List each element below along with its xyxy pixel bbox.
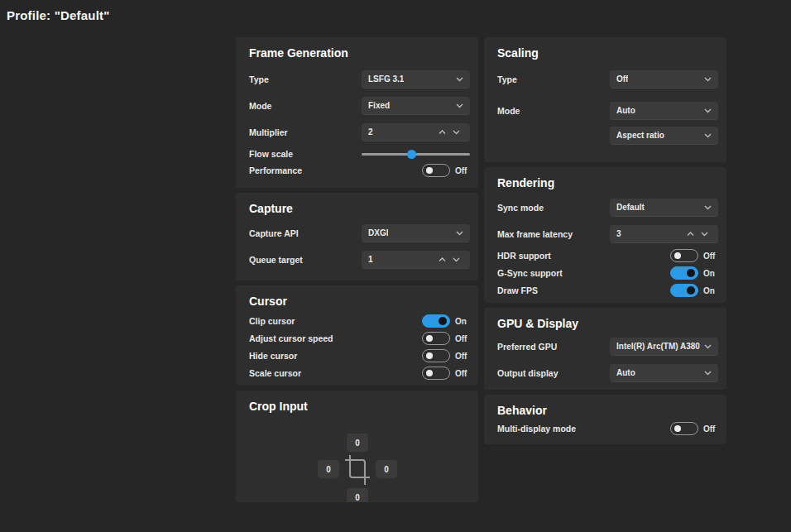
scale-cursor-toggle[interactable] <box>422 367 450 380</box>
toggle-knob <box>674 425 681 432</box>
toggle-state-label: Off <box>703 424 718 434</box>
scaling-type-label: Type <box>497 74 517 84</box>
toggle-knob <box>426 335 433 342</box>
stepper-up-icon[interactable] <box>435 130 449 135</box>
toggle-knob <box>439 317 447 325</box>
preferred-gpu-dropdown[interactable]: Intel(R) Arc(TM) A380 Gr <box>610 338 718 356</box>
aspect-ratio-dropdown[interactable]: Aspect ratio <box>610 127 718 145</box>
gsync-support-toggle[interactable] <box>670 266 698 280</box>
draw-fps-toggle[interactable] <box>670 284 698 297</box>
section-title: Scaling <box>497 46 718 60</box>
scaling-mode-label: Mode <box>497 106 520 116</box>
chevron-down-icon <box>456 231 463 236</box>
preferred-gpu-label: Preferred GPU <box>497 342 557 352</box>
right-column: Scaling Type Off Mode Auto Aspect ratio … <box>484 37 726 449</box>
chevron-down-icon <box>704 205 712 210</box>
hide-cursor-toggle[interactable] <box>422 349 450 362</box>
dropdown-value: Default <box>616 203 645 212</box>
hdr-support-label: HDR support <box>497 251 551 261</box>
clip-cursor-label: Clip cursor <box>249 316 295 326</box>
section-title: Behavior <box>497 403 718 418</box>
crop-icon <box>343 453 372 491</box>
mode-dropdown[interactable]: Fixed <box>362 97 470 115</box>
sync-mode-dropdown[interactable]: Default <box>610 199 718 217</box>
toggle-state-label: Off <box>455 352 470 361</box>
dropdown-value: Fixed <box>368 101 390 110</box>
rendering-section: Rendering Sync mode Default Max frame la… <box>484 167 726 303</box>
stepper-value: 1 <box>368 255 435 264</box>
stepper-up-icon[interactable] <box>435 257 449 262</box>
toggle-knob <box>674 252 681 259</box>
performance-label: Performance <box>249 165 302 175</box>
section-title: Rendering <box>497 175 718 190</box>
performance-toggle[interactable] <box>422 164 450 177</box>
flow-scale-slider[interactable] <box>362 148 470 160</box>
section-title: GPU & Display <box>497 316 718 331</box>
slider-thumb[interactable] <box>407 150 416 159</box>
adjust-cursor-speed-toggle[interactable] <box>422 332 450 345</box>
stepper-down-icon[interactable] <box>449 130 463 135</box>
clip-cursor-toggle[interactable] <box>422 314 450 328</box>
stepper-down-icon[interactable] <box>449 257 463 262</box>
crop-right-input[interactable]: 0 <box>376 460 397 478</box>
crop-top-input[interactable]: 0 <box>347 434 368 452</box>
dropdown-value: Aspect ratio <box>616 131 664 140</box>
stepper-up-icon[interactable] <box>683 232 698 237</box>
multi-display-mode-label: Multi-display mode <box>497 424 576 434</box>
dropdown-value: LSFG 3.1 <box>368 74 404 84</box>
toggle-knob <box>426 370 433 376</box>
scale-cursor-label: Scale cursor <box>249 368 301 378</box>
dropdown-value: Auto <box>616 106 635 115</box>
adjust-cursor-speed-label: Adjust cursor speed <box>249 333 333 343</box>
toggle-state-label: On <box>455 317 470 326</box>
section-title: Crop Input <box>249 399 470 414</box>
hdr-support-toggle[interactable] <box>670 249 698 262</box>
chevron-down-icon <box>704 108 712 113</box>
dropdown-value: Auto <box>616 368 635 377</box>
stepper-value: 2 <box>368 127 435 137</box>
output-display-dropdown[interactable]: Auto <box>610 364 718 382</box>
gsync-support-label: G-Sync support <box>497 268 563 278</box>
crop-left-input[interactable]: 0 <box>318 460 339 478</box>
dropdown-value: Off <box>616 74 628 84</box>
cursor-section: Cursor Clip cursor On Adjust cursor spee… <box>236 285 478 386</box>
crop-input-section: Crop Input 0 0 0 0 <box>236 391 478 502</box>
section-title: Capture <box>249 201 470 216</box>
dropdown-value: DXGI <box>368 228 388 237</box>
sync-mode-label: Sync mode <box>497 203 544 213</box>
capture-api-dropdown[interactable]: DXGI <box>362 224 470 242</box>
gpu-display-section: GPU & Display Preferred GPU Intel(R) Arc… <box>484 308 726 390</box>
toggle-state-label: Off <box>703 252 718 261</box>
toggle-state-label: Off <box>455 334 470 343</box>
chevron-down-icon <box>704 133 712 138</box>
frame-generation-section: Frame Generation Type LSFG 3.1 Mode Fixe… <box>236 37 478 188</box>
chevron-down-icon <box>456 103 463 108</box>
stepper-down-icon[interactable] <box>698 232 712 237</box>
multiplier-stepper[interactable]: 2 <box>362 123 470 141</box>
type-dropdown[interactable]: LSFG 3.1 <box>362 70 470 89</box>
scaling-type-dropdown[interactable]: Off <box>610 70 718 89</box>
capture-api-label: Capture API <box>249 228 299 238</box>
toggle-state-label: Off <box>455 166 470 175</box>
max-frame-latency-stepper[interactable]: 3 <box>610 225 718 243</box>
chevron-down-icon <box>704 344 712 349</box>
multiplier-label: Multiplier <box>249 127 288 137</box>
toggle-knob <box>687 269 695 277</box>
scaling-mode-dropdown[interactable]: Auto <box>610 102 718 120</box>
output-display-label: Output display <box>497 368 558 378</box>
toggle-knob <box>426 167 433 174</box>
page-title: Profile: "Default" <box>7 8 110 22</box>
queue-target-label: Queue target <box>249 255 303 265</box>
queue-target-stepper[interactable]: 1 <box>362 251 470 269</box>
stepper-value: 3 <box>616 229 683 238</box>
toggle-state-label: On <box>703 269 718 278</box>
multi-display-mode-toggle[interactable] <box>670 422 698 435</box>
section-title: Frame Generation <box>249 46 470 60</box>
hide-cursor-label: Hide cursor <box>249 351 297 361</box>
max-frame-latency-label: Max frame latency <box>497 229 573 239</box>
capture-section: Capture Capture API DXGI Queue target 1 <box>236 193 478 280</box>
mode-label: Mode <box>249 101 271 111</box>
toggle-state-label: Off <box>455 369 470 378</box>
toggle-knob <box>687 286 695 295</box>
left-column: Frame Generation Type LSFG 3.1 Mode Fixe… <box>236 37 478 507</box>
